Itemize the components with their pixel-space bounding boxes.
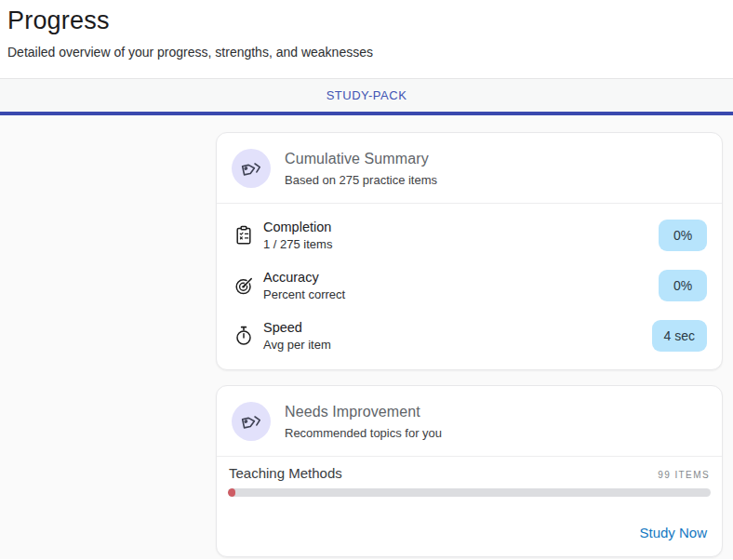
summary-card-subtitle: Based on 275 practice items [285,173,437,187]
page-subtitle: Detailed overview of your progress, stre… [7,45,726,60]
metric-row-completion: Completion 1 / 275 items 0% [217,210,722,260]
tags-icon [239,409,263,433]
metric-value-badge: 0% [659,220,707,251]
target-arrow-icon [232,273,256,298]
tab-bar: STUDY-PACK [0,78,733,115]
improvement-card-header-texts: Needs Improvement Recommended topics for… [285,404,442,440]
metric-list: Completion 1 / 275 items 0% [217,204,722,369]
content-area: Cumulative Summary Based on 275 practice… [0,115,733,559]
topic-progress-fill [228,488,235,497]
improvement-card-subtitle: Recommended topics for you [285,426,442,440]
tab-study-pack[interactable]: STUDY-PACK [304,88,430,102]
metric-label: Accuracy [263,271,345,285]
metric-texts: Accuracy Percent correct [263,271,345,301]
improvement-card-header: Needs Improvement Recommended topics for… [217,386,722,457]
topic-items-count: 99 ITEMS [658,470,710,480]
topic-name: Teaching Methods [229,465,342,481]
stopwatch-icon [232,324,256,348]
cumulative-summary-card: Cumulative Summary Based on 275 practice… [216,132,723,370]
card-actions: Study Now [217,504,722,556]
clipboard-checklist-icon [232,223,256,247]
avatar [232,149,271,188]
metric-value-badge: 0% [659,270,707,301]
needs-improvement-card: Needs Improvement Recommended topics for… [216,385,723,557]
metric-texts: Completion 1 / 275 items [263,220,332,251]
study-now-link[interactable]: Study Now [639,525,707,540]
metric-sublabel: 1 / 275 items [263,238,332,250]
tags-icon [239,156,263,180]
metric-sublabel: Percent correct [263,288,345,300]
metric-label: Completion [263,220,332,234]
metric-row-accuracy: Accuracy Percent correct 0% [217,260,722,311]
metric-sublabel: Avg per item [263,339,331,351]
topic-head: Teaching Methods 99 ITEMS [228,465,711,481]
avatar [232,402,271,441]
metric-label: Speed [263,321,331,335]
page-header: Progress Detailed overview of your progr… [0,0,733,60]
topic-progress-bar [228,488,711,497]
metric-texts: Speed Avg per item [263,321,331,352]
page-title: Progress [7,7,726,35]
summary-card-header-texts: Cumulative Summary Based on 275 practice… [285,151,437,187]
topic-section: Teaching Methods 99 ITEMS [217,457,722,504]
metric-value-badge: 4 sec [652,320,707,352]
improvement-card-title: Needs Improvement [285,404,442,420]
summary-card-header: Cumulative Summary Based on 275 practice… [217,133,722,204]
metric-row-speed: Speed Avg per item 4 sec [217,311,722,361]
summary-card-title: Cumulative Summary [285,151,437,167]
